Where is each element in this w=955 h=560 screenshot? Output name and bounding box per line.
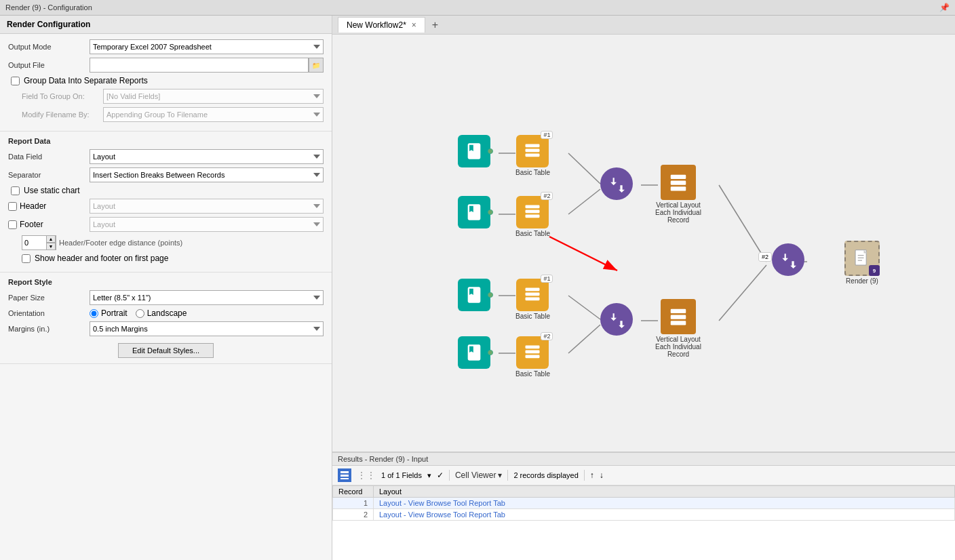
union-node-3[interactable] xyxy=(772,243,804,276)
footer-select[interactable]: Layout xyxy=(90,217,324,232)
union-node-2[interactable] xyxy=(600,303,633,336)
basic-table-label-1: Basic Table xyxy=(515,169,550,176)
panel-config-title: Render (9) - Configuration xyxy=(5,3,939,12)
vertical-layout-label-1: Vertical Layout Each Individual Record xyxy=(655,201,702,224)
svg-rect-19 xyxy=(526,205,540,209)
svg-line-14 xyxy=(549,237,617,271)
workflow-tab[interactable]: New Workflow2* × xyxy=(338,17,425,33)
output-mode-select[interactable]: Temporary Excel 2007 Spreadsheet xyxy=(90,39,324,54)
group-data-checkbox[interactable] xyxy=(11,77,20,85)
book-node-1[interactable] xyxy=(458,135,490,167)
svg-line-9 xyxy=(568,325,600,353)
output-file-input[interactable] xyxy=(90,58,309,73)
edit-default-styles-button[interactable]: Edit Default Styles... xyxy=(118,343,214,358)
basic-table-label-2: Basic Table xyxy=(515,230,550,237)
table-row: 1 Layout - View Browse Tool Report Tab xyxy=(333,498,955,509)
field-to-group-select[interactable]: [No Valid Fields] xyxy=(103,89,324,104)
col-record-header: Record xyxy=(333,486,374,498)
group-data-label: Group Data Into Separate Reports xyxy=(24,76,148,85)
records-count: 2 records displayed xyxy=(513,471,578,479)
svg-line-7 xyxy=(568,296,600,319)
svg-rect-27 xyxy=(526,298,540,301)
svg-rect-33 xyxy=(671,321,686,325)
svg-rect-28 xyxy=(526,346,540,349)
svg-rect-37 xyxy=(858,260,862,261)
svg-rect-24 xyxy=(671,186,686,191)
header-label: Header xyxy=(20,201,46,211)
scroll-up-button[interactable]: ↑ xyxy=(590,471,594,480)
basic-table-node-3[interactable]: #1 Basic Table xyxy=(515,279,550,320)
svg-rect-30 xyxy=(526,355,540,359)
use-static-chart-label: Use static chart xyxy=(24,186,80,195)
hf-distance-label: Header/Footer edge distance (points) xyxy=(59,239,182,247)
footer-label: Footer xyxy=(20,220,43,229)
tab-close-button[interactable]: × xyxy=(412,20,416,30)
portrait-label: Portrait xyxy=(101,308,128,318)
svg-rect-23 xyxy=(671,181,686,185)
svg-line-11 xyxy=(719,265,766,321)
row1-value[interactable]: Layout - View Browse Tool Report Tab xyxy=(374,498,955,509)
union-node-1[interactable] xyxy=(600,167,633,200)
grip-dots: ⋮⋮ xyxy=(357,470,376,481)
separator-label: Separator xyxy=(8,171,90,179)
svg-rect-38 xyxy=(340,471,349,473)
pin-icon[interactable]: 📌 xyxy=(939,3,950,12)
render-config-title: Render Configuration xyxy=(7,20,90,29)
fields-count: 1 of 1 Fields xyxy=(381,471,422,479)
svg-rect-32 xyxy=(671,315,686,319)
show-hf-label: Show header and footer on first page xyxy=(35,254,168,263)
svg-rect-20 xyxy=(526,210,540,214)
hf-distance-input[interactable] xyxy=(22,239,46,247)
basic-table-node-2[interactable]: #2 Basic Table xyxy=(515,196,550,237)
svg-rect-35 xyxy=(858,255,864,256)
render-node[interactable]: 9 Render (9) xyxy=(844,241,880,285)
book-node-3[interactable] xyxy=(458,279,490,311)
header-select[interactable]: Layout xyxy=(90,199,324,214)
output-mode-label: Output Mode xyxy=(8,43,90,51)
footer-checkbox[interactable] xyxy=(8,220,17,229)
header-checkbox[interactable] xyxy=(8,202,17,211)
tab-add-button[interactable]: + xyxy=(427,16,444,34)
output-file-browse-button[interactable]: 📁 xyxy=(309,58,324,73)
book-node-2[interactable] xyxy=(458,196,490,228)
paper-size-select[interactable]: Letter (8.5" x 11") xyxy=(90,290,324,305)
svg-rect-29 xyxy=(526,351,540,354)
fields-dropdown-button[interactable]: ▾ xyxy=(427,471,431,480)
modify-filename-select[interactable]: Appending Group To Filename xyxy=(103,107,324,122)
fields-check-button[interactable]: ✓ xyxy=(437,471,444,480)
svg-line-3 xyxy=(568,189,600,214)
use-static-chart-checkbox[interactable] xyxy=(11,186,20,195)
separator-select[interactable]: Insert Section Breaks Between Records xyxy=(90,167,324,182)
vertical-layout-node-2[interactable]: Vertical Layout Each Individual Record xyxy=(655,299,702,358)
data-field-label: Data Field xyxy=(8,153,90,161)
render-node-label: Render (9) xyxy=(846,277,878,285)
basic-table-node-4[interactable]: #2 Basic Table xyxy=(515,336,550,378)
basic-table-node-1[interactable]: #1 Basic Table xyxy=(515,135,550,176)
scroll-down-button[interactable]: ↓ xyxy=(600,471,604,480)
book-node-4[interactable] xyxy=(458,336,490,369)
cell-viewer-button[interactable]: Cell Viewer ▾ xyxy=(455,471,502,480)
field-to-group-label: Field To Group On: xyxy=(22,92,103,100)
svg-line-5 xyxy=(719,185,766,262)
vertical-layout-node-1[interactable]: Vertical Layout Each Individual Record xyxy=(655,165,702,224)
results-icon xyxy=(338,468,351,482)
data-field-select[interactable]: Layout xyxy=(90,149,324,164)
report-data-title: Report Data xyxy=(8,137,324,145)
show-hf-checkbox[interactable] xyxy=(22,254,31,263)
badge-2-connector: #2 xyxy=(758,252,772,261)
hf-distance-down[interactable]: ▼ xyxy=(46,243,56,250)
hf-distance-up[interactable]: ▲ xyxy=(46,235,56,243)
row2-value[interactable]: Layout - View Browse Tool Report Tab xyxy=(374,509,955,521)
output-file-label: Output File xyxy=(8,61,90,69)
basic-table-label-3: Basic Table xyxy=(515,313,550,320)
row2-num: 2 xyxy=(333,509,374,521)
margins-select[interactable]: 0.5 inch Margins xyxy=(90,321,324,336)
svg-rect-39 xyxy=(340,475,349,477)
row1-num: 1 xyxy=(333,498,374,509)
svg-rect-16 xyxy=(526,144,540,148)
margins-label: Margins (in.) xyxy=(8,325,90,333)
landscape-radio[interactable] xyxy=(136,309,144,318)
portrait-radio[interactable] xyxy=(90,309,98,318)
modify-filename-label: Modify Filename By: xyxy=(22,111,103,119)
vertical-layout-label-2: Vertical Layout Each Individual Record xyxy=(655,336,702,358)
